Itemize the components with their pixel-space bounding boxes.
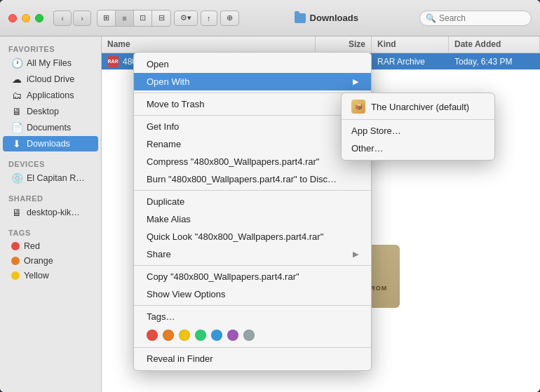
sidebar-item-orange[interactable]: Orange — [3, 254, 98, 268]
orange-tag-dot — [11, 257, 20, 265]
yellow-tag-dot — [11, 271, 20, 280]
traffic-lights — [8, 14, 43, 22]
sidebar-item-label: Desktop — [27, 107, 59, 116]
menu-item-burn[interactable]: Burn "480x800_Wallpapers.part4.rar" to D… — [134, 170, 371, 188]
tag-orange-dot[interactable] — [163, 330, 174, 341]
folder-icon — [295, 13, 306, 23]
chevron-right-icon: ▶ — [353, 77, 358, 86]
menu-item-tags[interactable]: Tags… — [134, 308, 371, 325]
favorites-section-title: Favorites — [0, 42, 101, 55]
tag-red-dot[interactable] — [147, 330, 158, 341]
menu-item-move-to-trash[interactable]: Move to Trash — [134, 95, 371, 113]
sidebar-item-label: Yellow — [24, 271, 49, 281]
menu-item-compress[interactable]: Compress "480x800_Wallpapers.part4.rar" — [134, 153, 371, 170]
shared-desktop-icon: 🖥 — [11, 207, 22, 218]
menu-divider-5 — [134, 305, 371, 306]
submenu-item-unarchiver[interactable]: 📦 The Unarchiver (default) — [342, 96, 494, 117]
action-button[interactable]: ⚙▾ — [174, 11, 198, 26]
sidebar-item-desktop[interactable]: 🖥 Desktop — [3, 104, 98, 119]
sidebar: Favorites 🕐 All My Files ☁ iCloud Drive … — [0, 36, 102, 392]
all-my-files-icon: 🕐 — [11, 58, 22, 69]
menu-item-reveal-in-finder[interactable]: Reveal in Finder — [134, 350, 371, 367]
sidebar-item-documents[interactable]: 📄 Documents — [3, 120, 98, 135]
desktop-icon: 🖥 — [11, 106, 22, 117]
menu-item-rename[interactable]: Rename — [134, 135, 371, 153]
context-menu-overlay: Open Open With ▶ Move to Trash Get Info — [102, 36, 540, 392]
sidebar-item-label: desktop-kik… — [27, 208, 80, 217]
main-area: Favorites 🕐 All My Files ☁ iCloud Drive … — [0, 36, 540, 392]
back-button[interactable]: ‹ — [53, 11, 72, 26]
menu-divider-1 — [134, 93, 371, 93]
el-capitan-icon: 💿 — [11, 173, 22, 184]
search-input[interactable] — [439, 13, 525, 23]
submenu-item-app-store[interactable]: App Store… — [342, 122, 494, 140]
submenu-item-label: App Store… — [351, 126, 401, 136]
sidebar-item-label: El Capitan R… — [27, 173, 85, 183]
view-toggle-group: ⊞ ≡ ⊡ ⊟ — [97, 10, 171, 27]
minimize-button[interactable] — [22, 14, 30, 22]
nav-buttons: ‹ › — [53, 11, 91, 26]
menu-item-open-with[interactable]: Open With ▶ — [134, 73, 371, 90]
tag-button[interactable]: ⊕ — [220, 11, 239, 26]
titlebar: ‹ › ⊞ ≡ ⊡ ⊟ ⚙▾ ↑ ⊕ Downloads 🔍 — [0, 0, 540, 36]
close-button[interactable] — [8, 14, 17, 22]
tags-section-title: Tags — [0, 226, 101, 238]
downloads-icon: ⬇ — [11, 138, 22, 149]
submenu-item-other[interactable]: Other… — [342, 140, 494, 157]
sidebar-item-label: Red — [24, 241, 40, 251]
search-bar[interactable]: 🔍 — [419, 11, 532, 26]
sidebar-item-label: iCloud Drive — [27, 74, 74, 84]
tag-blue-dot[interactable] — [211, 330, 222, 341]
list-view-button[interactable]: ≡ — [116, 11, 134, 26]
share-chevron-icon: ▶ — [353, 250, 358, 259]
sidebar-item-all-my-files[interactable]: 🕐 All My Files — [3, 55, 98, 71]
menu-divider-3 — [134, 190, 371, 191]
sidebar-item-icloud-drive[interactable]: ☁ iCloud Drive — [3, 72, 98, 87]
devices-section-title: Devices — [0, 157, 101, 170]
menu-item-copy[interactable]: Copy "480x800_Wallpapers.part4.rar" — [134, 268, 371, 285]
menu-item-quick-look[interactable]: Quick Look "480x800_Wallpapers.part4.rar… — [134, 228, 371, 245]
sidebar-item-red[interactable]: Red — [3, 239, 98, 253]
menu-divider-2 — [134, 115, 371, 116]
sidebar-item-desktop-kik[interactable]: 🖥 desktop-kik… — [3, 205, 98, 220]
sidebar-item-label: All My Files — [27, 58, 72, 68]
toolbar-icons: ⊞ ≡ ⊡ ⊟ ⚙▾ ↑ ⊕ — [97, 10, 239, 27]
coverflow-view-button[interactable]: ⊟ — [152, 11, 170, 26]
sidebar-item-label: Documents — [27, 123, 71, 133]
forward-button[interactable]: › — [73, 11, 91, 26]
window-title: Downloads — [310, 13, 358, 23]
tag-purple-dot[interactable] — [227, 330, 238, 341]
finder-window: ‹ › ⊞ ≡ ⊡ ⊟ ⚙▾ ↑ ⊕ Downloads 🔍 Favorites — [0, 0, 540, 392]
tag-green-dot[interactable] — [195, 330, 206, 341]
tag-gray-dot[interactable] — [243, 330, 255, 341]
menu-item-open[interactable]: Open — [134, 55, 371, 73]
tag-yellow-dot[interactable] — [179, 330, 190, 341]
maximize-button[interactable] — [35, 14, 43, 22]
search-icon: 🔍 — [426, 13, 436, 23]
file-area: Name Size Kind Date Added RAR 480x800_Wa… — [102, 36, 540, 392]
window-title-area: Downloads — [239, 13, 414, 23]
submenu-item-label: Other… — [351, 143, 384, 154]
menu-divider-4 — [134, 265, 371, 266]
shared-section-title: Shared — [0, 191, 101, 204]
sidebar-item-downloads[interactable]: ⬇ Downloads — [3, 136, 98, 151]
menu-item-make-alias[interactable]: Make Alias — [134, 210, 371, 228]
sidebar-item-applications[interactable]: 🗂 Applications — [3, 88, 98, 103]
submenu-item-label: The Unarchiver (default) — [371, 102, 469, 112]
submenu-divider — [342, 119, 494, 120]
sidebar-item-label: Applications — [27, 90, 74, 100]
sidebar-item-el-capitan[interactable]: 💿 El Capitan R… — [3, 170, 98, 186]
icloud-icon: ☁ — [11, 74, 22, 85]
red-tag-dot — [11, 242, 20, 250]
menu-item-get-info[interactable]: Get Info — [134, 118, 371, 135]
icon-view-button[interactable]: ⊞ — [97, 11, 116, 26]
applications-icon: 🗂 — [11, 90, 22, 101]
menu-item-show-view-options[interactable]: Show View Options — [134, 285, 371, 303]
documents-icon: 📄 — [11, 122, 22, 133]
share-button[interactable]: ↑ — [201, 11, 217, 26]
menu-item-share[interactable]: Share ▶ — [134, 245, 371, 263]
column-view-button[interactable]: ⊡ — [134, 11, 152, 26]
menu-item-duplicate[interactable]: Duplicate — [134, 193, 371, 210]
sidebar-item-yellow[interactable]: Yellow — [3, 269, 98, 283]
sidebar-item-label: Downloads — [27, 139, 70, 149]
